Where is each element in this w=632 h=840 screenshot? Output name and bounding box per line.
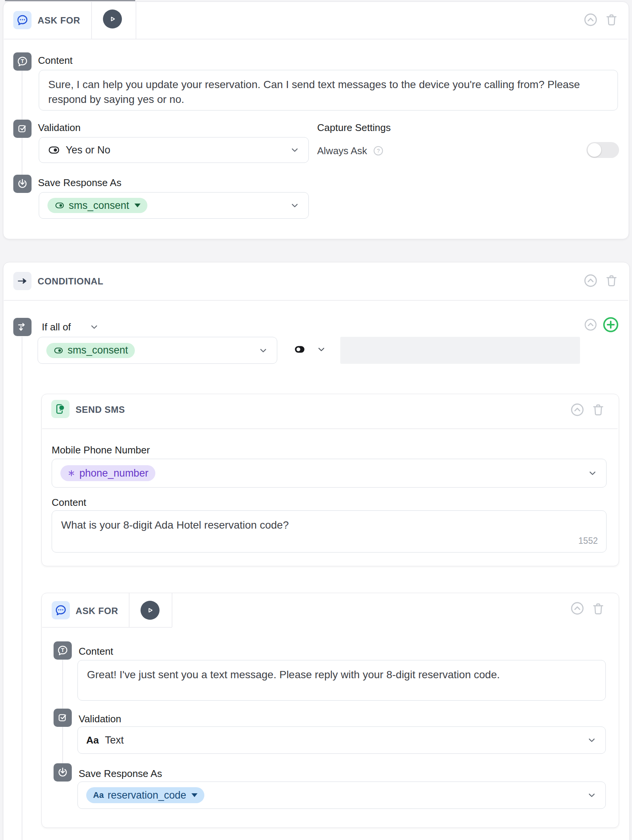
save-response-dropdown[interactable]: sms_consent [39,192,309,219]
tab-divider [172,593,172,627]
save-icon [54,763,72,782]
save-icon [13,175,32,193]
tab-divider [136,2,136,39]
save-response-dropdown[interactable]: Aa reservation_code [77,782,606,809]
chevron-down-icon [289,145,300,155]
flow-canvas: ASK FOR T Content Sure, I can help you u… [0,0,632,840]
send-sms-block: SEND SMS Mobile Phone Number phone_numbe… [41,394,619,566]
toggle-knob [588,143,601,157]
toggle-variable-icon [47,144,60,156]
content-textarea[interactable]: Great! I've just sent you a text message… [77,660,606,701]
chat-bubble-icon [13,11,32,29]
chevron-down-icon [289,200,300,211]
chip-caret-icon [134,204,141,207]
sms-content-textarea[interactable]: What is your 8-digit Ada Hotel reservati… [52,510,607,553]
svg-text:?: ? [377,148,380,154]
variable-chip-sms-consent[interactable]: sms_consent [47,198,147,213]
variable-chip-label: reservation_code [107,789,186,801]
variable-chip-sms-consent[interactable]: sms_consent [46,343,135,358]
header-divider [4,300,628,301]
condition-value-input[interactable] [340,337,580,364]
validation-icon [54,709,72,727]
svg-text:T: T [61,647,65,653]
validation-label: Validation [38,122,81,133]
help-icon[interactable]: ? [373,145,384,156]
chevron-down-icon [586,735,597,745]
variable-chip-label: sms_consent [69,200,129,212]
chat-bubble-icon [52,601,70,619]
trash-button[interactable] [591,601,606,617]
validation-value: Text [105,734,124,746]
toggle-operator-icon [293,344,306,355]
condition-mode-label: If all of [42,321,71,333]
play-button[interactable] [103,9,122,28]
content-label: Content [52,497,86,508]
block-type-label: SEND SMS [76,404,125,415]
save-response-label: Save Response As [79,768,162,779]
condition-variable-dropdown[interactable]: sms_consent [38,337,277,364]
header-divider [42,627,172,628]
collapse-button[interactable] [570,402,585,417]
content-icon: T [54,641,72,660]
always-ask-label: Always Ask [317,145,367,156]
capture-settings-title: Capture Settings [317,122,391,133]
chip-caret-icon [191,793,198,797]
variable-chip-label: phone_number [79,467,149,479]
variable-chip-label: sms_consent [68,344,128,356]
sms-phone-icon [51,400,70,418]
trash-button[interactable] [604,12,619,28]
block-type-label: ASK FOR [76,605,118,617]
chevron-down-icon [587,468,598,478]
tab-divider [129,593,130,627]
previous-block-edge [5,0,135,1]
toggle-variable-icon [54,201,65,210]
sms-content-text: What is your 8-digit Ada Hotel reservati… [61,519,289,531]
block-type-label: CONDITIONAL [38,276,103,287]
chevron-down-icon [586,790,597,801]
phone-number-input[interactable]: phone_number [52,459,607,488]
content-label: Content [79,646,113,657]
validation-icon [13,120,32,138]
conditional-block: CONDITIONAL If all of [3,262,630,840]
save-response-label: Save Response As [38,177,122,188]
add-condition-button[interactable] [602,316,619,333]
collapse-button[interactable] [583,273,598,288]
validation-label: Validation [79,713,121,725]
branch-connector [22,337,22,840]
play-button[interactable] [141,601,160,620]
content-label: Content [38,55,73,66]
phone-number-label: Mobile Phone Number [52,444,150,456]
variable-chip-reservation-code[interactable]: Aa reservation_code [86,787,204,803]
trash-button[interactable] [604,273,619,289]
condition-operator-dropdown[interactable] [293,344,327,355]
ask-for-block-2: ASK FOR T Content Great! I [41,593,619,828]
content-icon: T [13,52,32,71]
content-textarea[interactable]: Sure, I can help you update your reserva… [39,70,618,111]
toggle-variable-icon [53,346,64,355]
svg-text:T: T [21,58,24,64]
validation-dropdown[interactable]: Yes or No [39,137,309,163]
always-ask-toggle[interactable] [586,142,619,158]
validation-value: Yes or No [66,144,111,156]
collapse-button[interactable] [583,317,598,332]
header-divider [4,39,627,39]
arrow-right-icon [13,272,32,290]
chevron-down-icon [258,345,269,356]
header-divider [42,428,618,429]
variable-chip-phone-number[interactable]: phone_number [60,465,155,481]
collapse-button[interactable] [583,12,598,27]
chevron-down-icon[interactable] [89,322,100,332]
block-type-label: ASK FOR [38,15,80,26]
ask-for-block-1: ASK FOR T Content Sure, I can help you u… [3,2,629,239]
collapse-button[interactable] [570,601,585,616]
branch-icon [13,318,32,336]
trash-button[interactable] [591,402,606,418]
asterisk-icon [67,469,76,478]
chevron-down-icon [316,344,327,355]
text-type-glyph: Aa [93,790,104,800]
tab-divider [91,2,92,39]
validation-dropdown[interactable]: Aa Text [77,726,606,754]
character-counter: 1552 [578,534,598,548]
text-type-glyph: Aa [86,734,99,746]
